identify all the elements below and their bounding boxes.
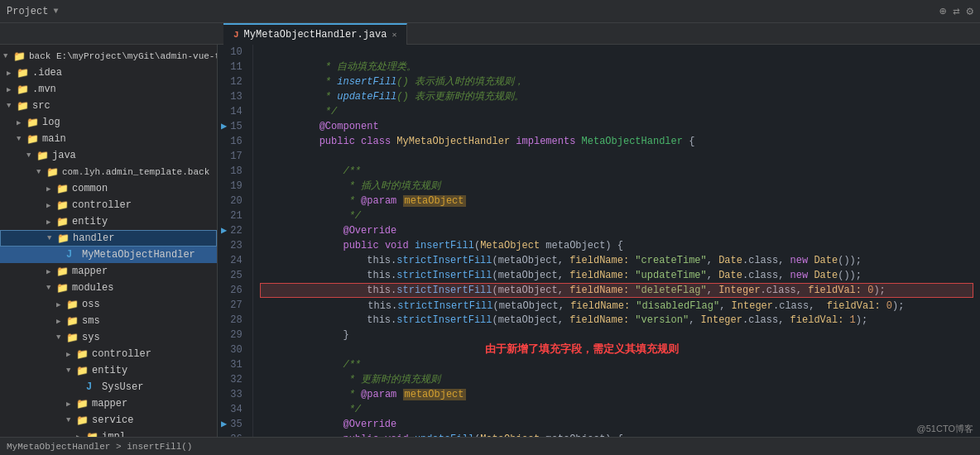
sidebar-item-sms[interactable]: ▶ 📁 sms bbox=[0, 313, 217, 329]
sidebar-item-mvn[interactable]: ▶ 📁 .mvn bbox=[0, 81, 217, 98]
sidebar-item-sys-controller[interactable]: ▶ 📁 controller bbox=[0, 346, 217, 362]
code-line-21: @Override bbox=[260, 208, 973, 223]
folder-icon-entity: 📁 bbox=[56, 216, 70, 228]
sidebar-item-modules[interactable]: ▼ 📁 modules bbox=[0, 280, 217, 296]
tab-bar: J MyMetaObjectHandler.java ✕ bbox=[0, 23, 980, 45]
code-line-20: */ bbox=[260, 194, 973, 208]
project-label: Project bbox=[7, 6, 48, 17]
sidebar-item-impl[interactable]: ▶ 📁 impl bbox=[0, 429, 217, 437]
code-line-35: public void updateFill(MetaObject metaOb… bbox=[260, 417, 973, 432]
sidebar-item-mymetaobjecthandler[interactable]: J MyMetaObjectHandler bbox=[0, 247, 217, 263]
tree-label-log: log bbox=[42, 117, 60, 128]
folder-open-icon-sys: 📁 bbox=[66, 332, 79, 344]
sidebar-item-main[interactable]: ▼ 📁 main bbox=[0, 131, 217, 147]
line-num-35: ▶35 bbox=[221, 417, 246, 432]
java-file-icon: J bbox=[233, 30, 239, 40]
line-num-11: 11 bbox=[221, 60, 246, 74]
sidebar-item-handler[interactable]: ▼ 📁 handler bbox=[0, 230, 217, 247]
folder-icon-controller: 📁 bbox=[56, 199, 70, 212]
code-line-26: this.strictInsertFill(metaObject, fieldN… bbox=[260, 283, 973, 298]
line-num-18: 18 bbox=[221, 164, 246, 179]
arrow-sms: ▶ bbox=[56, 317, 66, 326]
tree-label-idea: .idea bbox=[32, 67, 62, 79]
arrow-src: ▼ bbox=[7, 102, 17, 110]
code-line-22: public void insertFill(MetaObject metaOb… bbox=[260, 223, 973, 238]
code-line-14: @Component bbox=[260, 104, 973, 119]
tree-label-sms: sms bbox=[82, 315, 100, 327]
line-num-26: 26 bbox=[221, 283, 246, 298]
tree-label-sys-ctrl: controller bbox=[92, 348, 151, 360]
sidebar-item-sysuser[interactable]: J SysUser bbox=[0, 379, 217, 395]
arrow-java: ▼ bbox=[26, 151, 36, 160]
sidebar-item-idea[interactable]: ▶ 📁 .idea bbox=[0, 65, 217, 81]
folder-open-icon-src: 📁 bbox=[17, 100, 30, 113]
line-num-28: 28 bbox=[221, 313, 246, 328]
line-num-23: 23 bbox=[221, 238, 246, 253]
status-bar: MyMetaObjectHandler > insertFill() bbox=[0, 437, 980, 455]
line-num-33: 33 bbox=[221, 387, 246, 402]
sync-icon[interactable]: ⇄ bbox=[953, 4, 959, 18]
sysuser-icon: J bbox=[86, 381, 99, 393]
folder-open-icon-sys-service: 📁 bbox=[76, 414, 89, 427]
code-line-30: /** bbox=[260, 342, 973, 357]
sidebar-item-controller[interactable]: ▶ 📁 controller bbox=[0, 197, 217, 213]
sidebar-item-com[interactable]: ▼ 📁 com.lyh.admin_template.back bbox=[0, 164, 217, 180]
folder-open-icon-handler: 📁 bbox=[57, 232, 70, 245]
tab-mymetaobjecthandler[interactable]: J MyMetaObjectHandler.java ✕ bbox=[223, 23, 407, 45]
arrow-sys-entity: ▼ bbox=[66, 366, 76, 375]
sidebar-item-sys-entity[interactable]: ▼ 📁 entity bbox=[0, 362, 217, 379]
line-numbers: 10 11 12 13 14 ▶15 16 17 18 19 20 21 ▶22… bbox=[218, 45, 253, 437]
sidebar-item-oss[interactable]: ▶ 📁 oss bbox=[0, 296, 217, 313]
line-num-20: 20 bbox=[221, 194, 246, 208]
tree-label-mymetaobj: MyMetaObjectHandler bbox=[82, 249, 195, 261]
line-num-13: 13 bbox=[221, 89, 246, 104]
sidebar-item-log[interactable]: ▶ 📁 log bbox=[0, 114, 217, 131]
code-line-36: this.strictUpdateFill(metaObject, fieldN… bbox=[260, 432, 973, 437]
code-lines: * 自动填充处理类。 * insertFill() 表示插入时的填充规则， * … bbox=[253, 45, 980, 437]
line-num-19: 19 bbox=[221, 179, 246, 194]
arrow-idea: ▶ bbox=[7, 69, 17, 78]
folder-open-icon-modules: 📁 bbox=[56, 282, 70, 295]
settings-icon[interactable]: ⚙ bbox=[967, 4, 973, 18]
code-line-31: * 更新时的填充规则 bbox=[260, 357, 973, 372]
tree-label-controller: controller bbox=[72, 199, 132, 211]
sidebar-item-sys-service[interactable]: ▼ 📁 service bbox=[0, 412, 217, 429]
code-line-15: public class MyMetaObjectHandler impleme… bbox=[260, 119, 973, 134]
add-icon[interactable]: ⊕ bbox=[939, 4, 946, 18]
folder-open-icon-java: 📁 bbox=[36, 150, 50, 162]
status-breadcrumb: MyMetaObjectHandler > insertFill() bbox=[7, 442, 192, 452]
tree-label-mapper: mapper bbox=[72, 266, 108, 277]
sidebar-item-mapper[interactable]: ▶ 📁 mapper bbox=[0, 263, 217, 280]
tree-label-java: java bbox=[52, 150, 76, 161]
sidebar-item-sys[interactable]: ▼ 📁 sys bbox=[0, 329, 217, 346]
sidebar-item-java[interactable]: ▼ 📁 java bbox=[0, 147, 217, 164]
sidebar-item-common[interactable]: ▶ 📁 common bbox=[0, 180, 217, 197]
dropdown-arrow[interactable]: ▼ bbox=[53, 7, 58, 16]
line-num-16: 16 bbox=[221, 134, 246, 149]
code-line-10: * 自动填充处理类。 bbox=[260, 45, 973, 60]
tree-label-impl: impl bbox=[102, 431, 126, 437]
sidebar-item-sys-mapper[interactable]: ▶ 📁 mapper bbox=[0, 395, 217, 412]
tab-close-button[interactable]: ✕ bbox=[392, 30, 396, 40]
tree-label-sys-entity: entity bbox=[92, 365, 127, 376]
line-num-22: ▶22 bbox=[221, 223, 246, 238]
arrow-entity: ▶ bbox=[46, 218, 56, 227]
line-num-24: 24 bbox=[221, 253, 246, 268]
arrow-sys: ▼ bbox=[56, 333, 66, 342]
sidebar-item-entity[interactable]: ▶ 📁 entity bbox=[0, 213, 217, 230]
code-line-18: * 插入时的填充规则 bbox=[260, 164, 973, 179]
tree-label-common: common bbox=[72, 183, 108, 194]
folder-icon-sys-ctrl: 📁 bbox=[76, 348, 89, 361]
arrow-main: ▼ bbox=[17, 135, 26, 143]
sidebar-item-back[interactable]: ▼ 📁 back E:\myProject\myGit\admin-vue-te… bbox=[0, 48, 217, 65]
code-line-23: this.strictInsertFill(metaObject, fieldN… bbox=[260, 238, 973, 253]
line-num-17: 17 bbox=[221, 149, 246, 164]
folder-open-icon: 📁 bbox=[13, 50, 26, 63]
tree-label-src: src bbox=[32, 100, 50, 112]
folder-icon-mvn: 📁 bbox=[17, 84, 30, 96]
arrow-controller: ▶ bbox=[46, 201, 56, 210]
code-editor[interactable]: 10 11 12 13 14 ▶15 16 17 18 19 20 21 ▶22… bbox=[218, 45, 980, 437]
line-num-15: ▶15 bbox=[221, 119, 246, 134]
arrow-oss: ▶ bbox=[56, 300, 66, 309]
sidebar-item-src[interactable]: ▼ 📁 src bbox=[0, 98, 217, 114]
